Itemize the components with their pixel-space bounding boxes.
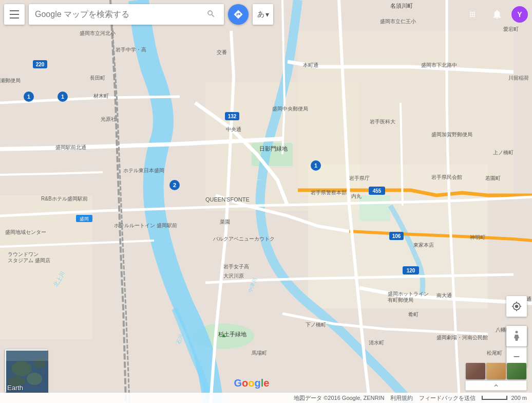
svg-text:内丸: 内丸 — [351, 193, 362, 199]
svg-text:有町郵便局: 有町郵便局 — [388, 297, 413, 303]
svg-text:岩手女子高: 岩手女子高 — [223, 264, 249, 269]
svg-text:2: 2 — [173, 182, 176, 188]
svg-text:盛岡: 盛岡 — [80, 216, 89, 222]
bottom-right-controls — [465, 363, 527, 391]
pegman-icon — [510, 330, 523, 342]
svg-text:R&Bホテル盛岡駅前: R&Bホテル盛岡駅前 — [41, 196, 88, 202]
svg-text:ラウンドワン: ラウンドワン — [8, 251, 39, 257]
map-controls — [506, 296, 527, 321]
collapse-controls-button[interactable] — [465, 380, 527, 391]
svg-text:盛岡劇場・河南公民館: 盛岡劇場・河南公民館 — [436, 335, 488, 340]
svg-text:中央通: 中央通 — [226, 126, 241, 132]
svg-text:大沢川原: 大沢川原 — [223, 273, 244, 279]
pegman-button[interactable] — [506, 326, 527, 346]
svg-text:120: 120 — [407, 268, 415, 273]
menu-button[interactable] — [4, 4, 25, 25]
search-icon-button[interactable] — [204, 7, 218, 22]
terms-link[interactable]: 利用規約 — [390, 394, 413, 402]
top-bar: あ ▾ — [0, 0, 532, 29]
svg-text:バルクアベニューカウトク: バルクアベニューカウトク — [213, 236, 275, 242]
svg-text:瀬郵便局: 瀬郵便局 — [0, 78, 21, 83]
scale-bar: 200 m — [482, 395, 527, 401]
top-right-controls: Y — [462, 4, 528, 25]
map-container[interactable]: 1 1 1 2 220 132 455 106 120 Google 名須川町 … — [0, 0, 532, 403]
svg-text:肴町: 肴町 — [408, 312, 419, 317]
svg-text:清水町: 清水町 — [369, 340, 384, 345]
map-attribution: 地図データ ©2016 Google, ZENRIN — [294, 394, 384, 402]
search-input[interactable] — [35, 10, 204, 19]
street-view-area — [506, 326, 527, 346]
svg-text:132: 132 — [228, 114, 237, 119]
svg-text:下ノ橋町: 下ノ橋町 — [306, 322, 326, 327]
svg-text:川留稲荷: 川留稲荷 — [508, 75, 529, 81]
terrain-icon-2[interactable] — [486, 363, 506, 379]
lang-arrow: ▾ — [265, 10, 269, 19]
svg-text:上ノ橋町: 上ノ橋町 — [493, 150, 514, 155]
chevron-up-icon — [492, 382, 500, 389]
svg-text:▲: ▲ — [221, 332, 227, 339]
svg-text:盛岡駅前北通: 盛岡駅前北通 — [55, 144, 86, 150]
svg-text:Google: Google — [234, 377, 270, 389]
svg-text:交番: 交番 — [217, 49, 227, 55]
svg-text:岩手県警察本部: 岩手県警察本部 — [311, 190, 347, 195]
svg-text:神明町: 神明町 — [470, 234, 485, 240]
svg-text:本町通: 本町通 — [303, 62, 318, 68]
directions-button[interactable] — [228, 4, 249, 25]
language-button[interactable]: あ ▾ — [253, 4, 273, 25]
notifications-button[interactable] — [487, 4, 507, 25]
svg-text:岩手県庁: 岩手県庁 — [349, 175, 370, 181]
bell-icon — [491, 9, 503, 20]
svg-text:ホテル東日本盛岡: ホテル東日本盛岡 — [123, 168, 164, 173]
svg-text:松尾町: 松尾町 — [487, 350, 502, 356]
svg-text:スタジアム 盛岡店: スタジアム 盛岡店 — [8, 258, 50, 263]
bottom-bar: 地図データ ©2016 Google, ZENRIN 利用規約 フィードバックを… — [0, 393, 532, 403]
svg-text:南大通: 南大通 — [436, 292, 452, 298]
svg-text:岩手医科大: 岩手医科大 — [370, 119, 395, 124]
svg-text:盛岡地域センター: 盛岡地域センター — [5, 229, 46, 235]
svg-rect-7 — [359, 195, 390, 221]
svg-text:馬場町: 馬場町 — [251, 350, 267, 356]
search-icon — [206, 9, 216, 19]
map-svg: 1 1 1 2 220 132 455 106 120 Google 名須川町 … — [0, 0, 532, 403]
earth-label: Earth — [7, 384, 23, 392]
svg-text:盛岡加賀野郵便局: 盛岡加賀野郵便局 — [431, 132, 472, 137]
svg-text:長田町: 長田町 — [90, 75, 105, 81]
svg-rect-90 — [6, 351, 48, 361]
svg-text:1: 1 — [61, 94, 64, 100]
search-box — [29, 4, 224, 25]
svg-text:盛岡ホットライン: 盛岡ホットライン — [388, 291, 429, 297]
directions-icon — [233, 9, 243, 20]
terrain-icon-1[interactable] — [466, 363, 485, 379]
svg-text:材木町: 材木町 — [93, 93, 109, 99]
svg-text:ホテルルートイン 盛岡駅前: ホテルルートイン 盛岡駅前 — [114, 223, 177, 228]
user-avatar[interactable]: Y — [511, 6, 528, 23]
svg-text:455: 455 — [373, 188, 382, 194]
svg-text:QUEEN'SFONTE: QUEEN'SFONTE — [205, 196, 250, 203]
svg-text:岩手県民会館: 岩手県民会館 — [431, 174, 462, 180]
terrain-icon-3[interactable] — [507, 363, 526, 379]
lang-label: あ — [257, 10, 264, 19]
grid-icon — [467, 9, 478, 20]
my-location-button[interactable] — [506, 296, 527, 317]
svg-point-83 — [516, 331, 518, 334]
google-apps-button[interactable] — [462, 4, 483, 25]
svg-text:東家本店: 東家本店 — [413, 242, 434, 248]
svg-text:日影門緑地: 日影門緑地 — [259, 145, 288, 152]
svg-text:若園町: 若園町 — [485, 175, 501, 181]
svg-text:1: 1 — [314, 162, 317, 169]
svg-text:盛岡中央郵便局: 盛岡中央郵便局 — [272, 106, 308, 112]
svg-text:盛岡市下北路中: 盛岡市下北路中 — [421, 62, 457, 68]
svg-text:菜園: 菜園 — [220, 219, 230, 225]
feedback-link[interactable]: フィードバックを送信 — [419, 394, 476, 402]
location-icon — [511, 301, 522, 312]
svg-text:岩手中学・高: 岩手中学・高 — [116, 47, 146, 52]
svg-text:106: 106 — [392, 233, 401, 239]
svg-text:盛岡市立河北小: 盛岡市立河北小 — [80, 30, 116, 36]
svg-point-87 — [27, 373, 42, 385]
svg-text:光原社: 光原社 — [101, 116, 116, 122]
svg-point-86 — [11, 361, 32, 376]
svg-text:220: 220 — [36, 62, 45, 67]
svg-text:1: 1 — [27, 94, 30, 100]
